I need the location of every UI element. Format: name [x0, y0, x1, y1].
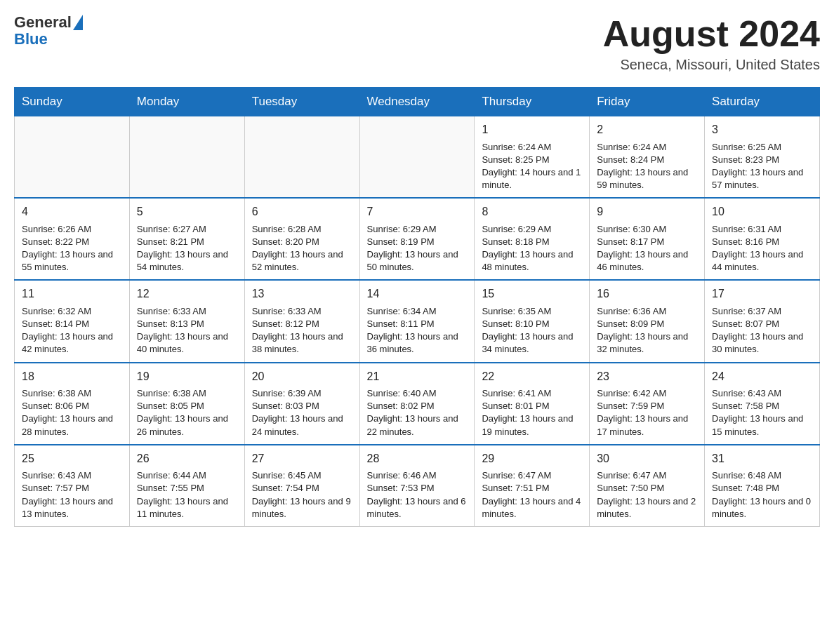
day-info-line: Daylight: 13 hours and 24 minutes.	[252, 412, 352, 438]
calendar-week-row: 18Sunrise: 6:38 AMSunset: 8:06 PMDayligh…	[15, 363, 820, 445]
day-info-line: Sunrise: 6:33 AM	[137, 305, 237, 318]
day-number: 29	[482, 451, 582, 467]
day-info-line: Sunrise: 6:29 AM	[482, 223, 582, 236]
day-info-line: Sunrise: 6:34 AM	[367, 305, 468, 318]
day-info-line: Daylight: 13 hours and 50 minutes.	[367, 248, 468, 274]
calendar-cell: 20Sunrise: 6:39 AMSunset: 8:03 PMDayligh…	[244, 363, 359, 445]
day-number: 6	[252, 204, 352, 220]
day-number: 7	[367, 204, 468, 220]
calendar-cell: 23Sunrise: 6:42 AMSunset: 7:59 PMDayligh…	[590, 363, 705, 445]
day-info-line: Daylight: 13 hours and 26 minutes.	[137, 412, 237, 438]
column-header-friday: Friday	[590, 88, 705, 116]
day-info-line: Daylight: 13 hours and 15 minutes.	[712, 412, 812, 438]
column-header-thursday: Thursday	[475, 88, 590, 116]
day-info-line: Daylight: 13 hours and 55 minutes.	[22, 248, 122, 274]
day-number: 18	[22, 369, 122, 384]
logo-text-general: General	[14, 14, 72, 31]
calendar-cell: 7Sunrise: 6:29 AMSunset: 8:19 PMDaylight…	[359, 198, 475, 280]
title-section: August 2024 Seneca, Missouri, United Sta…	[603, 14, 820, 73]
day-info-line: Sunrise: 6:47 AM	[482, 469, 582, 482]
day-info-line: Sunrise: 6:31 AM	[712, 223, 812, 236]
column-header-sunday: Sunday	[15, 88, 130, 116]
calendar-cell: 22Sunrise: 6:41 AMSunset: 8:01 PMDayligh…	[475, 363, 590, 445]
day-info-line: Sunset: 7:58 PM	[712, 400, 812, 412]
day-info-line: Sunrise: 6:33 AM	[252, 305, 352, 318]
day-info-line: Sunrise: 6:27 AM	[137, 223, 237, 236]
day-info-line: Sunset: 8:20 PM	[252, 236, 352, 248]
calendar-header-row: SundayMondayTuesdayWednesdayThursdayFrid…	[15, 88, 820, 116]
day-number: 14	[367, 286, 468, 302]
calendar-cell: 27Sunrise: 6:45 AMSunset: 7:54 PMDayligh…	[244, 445, 359, 527]
calendar-cell: 21Sunrise: 6:40 AMSunset: 8:02 PMDayligh…	[359, 363, 475, 445]
day-info-line: Sunrise: 6:46 AM	[367, 469, 468, 482]
calendar-cell: 3Sunrise: 6:25 AMSunset: 8:23 PMDaylight…	[705, 116, 820, 199]
day-info-line: Sunrise: 6:24 AM	[597, 141, 697, 154]
day-info-line: Daylight: 13 hours and 13 minutes.	[22, 495, 122, 521]
calendar-cell: 19Sunrise: 6:38 AMSunset: 8:05 PMDayligh…	[129, 363, 244, 445]
day-info-line: Daylight: 13 hours and 44 minutes.	[712, 248, 812, 274]
day-info-line: Daylight: 13 hours and 4 minutes.	[482, 495, 582, 521]
calendar-cell: 17Sunrise: 6:37 AMSunset: 8:07 PMDayligh…	[705, 280, 820, 362]
day-info-line: Daylight: 13 hours and 52 minutes.	[252, 248, 352, 274]
day-number: 19	[137, 369, 237, 384]
day-info-line: Daylight: 13 hours and 32 minutes.	[597, 330, 697, 356]
day-info-line: Sunset: 7:53 PM	[367, 482, 468, 495]
day-info-line: Sunset: 8:01 PM	[482, 400, 582, 412]
day-info-line: Sunset: 8:16 PM	[712, 236, 812, 248]
calendar-week-row: 25Sunrise: 6:43 AMSunset: 7:57 PMDayligh…	[15, 445, 820, 527]
day-info-line: Sunset: 7:57 PM	[22, 482, 122, 495]
day-info-line: Sunrise: 6:35 AM	[482, 305, 582, 318]
day-info-line: Sunset: 8:17 PM	[597, 236, 697, 248]
calendar-cell: 29Sunrise: 6:47 AMSunset: 7:51 PMDayligh…	[475, 445, 590, 527]
day-info-line: Sunset: 7:59 PM	[597, 400, 697, 412]
day-info-line: Daylight: 13 hours and 36 minutes.	[367, 330, 468, 356]
day-number: 10	[712, 204, 812, 220]
calendar-cell: 31Sunrise: 6:48 AMSunset: 7:48 PMDayligh…	[705, 445, 820, 527]
logo-text-blue: Blue	[14, 30, 48, 48]
calendar-cell	[129, 116, 244, 199]
day-info-line: Daylight: 13 hours and 40 minutes.	[137, 330, 237, 356]
day-number: 20	[252, 369, 352, 384]
day-number: 31	[712, 451, 812, 467]
calendar-cell: 26Sunrise: 6:44 AMSunset: 7:55 PMDayligh…	[129, 445, 244, 527]
day-info-line: Daylight: 13 hours and 30 minutes.	[712, 330, 812, 356]
calendar-cell: 15Sunrise: 6:35 AMSunset: 8:10 PMDayligh…	[475, 280, 590, 362]
day-info-line: Sunrise: 6:47 AM	[597, 469, 697, 482]
day-number: 25	[22, 451, 122, 467]
day-info-line: Daylight: 13 hours and 59 minutes.	[597, 166, 697, 192]
day-number: 1	[482, 122, 582, 137]
day-info-line: Sunset: 8:05 PM	[137, 400, 237, 412]
calendar-cell	[244, 116, 359, 199]
day-info-line: Sunrise: 6:48 AM	[712, 469, 812, 482]
day-number: 21	[367, 369, 468, 384]
calendar-week-row: 1Sunrise: 6:24 AMSunset: 8:25 PMDaylight…	[15, 116, 820, 199]
day-info-line: Sunset: 7:51 PM	[482, 482, 582, 495]
day-info-line: Sunrise: 6:38 AM	[22, 387, 122, 400]
day-info-line: Daylight: 14 hours and 1 minute.	[482, 166, 582, 192]
day-info-line: Sunset: 8:25 PM	[482, 154, 582, 166]
calendar-cell: 9Sunrise: 6:30 AMSunset: 8:17 PMDaylight…	[590, 198, 705, 280]
day-number: 28	[367, 451, 468, 467]
day-info-line: Sunrise: 6:25 AM	[712, 141, 812, 154]
calendar-cell: 11Sunrise: 6:32 AMSunset: 8:14 PMDayligh…	[15, 280, 130, 362]
day-info-line: Sunrise: 6:24 AM	[482, 141, 582, 154]
day-info-line: Sunset: 8:06 PM	[22, 400, 122, 412]
calendar-cell: 18Sunrise: 6:38 AMSunset: 8:06 PMDayligh…	[15, 363, 130, 445]
day-info-line: Sunset: 7:50 PM	[597, 482, 697, 495]
day-info-line: Sunset: 8:18 PM	[482, 236, 582, 248]
day-number: 22	[482, 369, 582, 384]
calendar-cell: 24Sunrise: 6:43 AMSunset: 7:58 PMDayligh…	[705, 363, 820, 445]
day-number: 12	[137, 286, 237, 302]
day-info-line: Sunrise: 6:30 AM	[597, 223, 697, 236]
day-number: 23	[597, 369, 697, 384]
day-info-line: Sunset: 8:03 PM	[252, 400, 352, 412]
calendar-cell: 5Sunrise: 6:27 AMSunset: 8:21 PMDaylight…	[129, 198, 244, 280]
day-info-line: Daylight: 13 hours and 2 minutes.	[597, 495, 697, 521]
calendar-cell: 25Sunrise: 6:43 AMSunset: 7:57 PMDayligh…	[15, 445, 130, 527]
day-info-line: Daylight: 13 hours and 11 minutes.	[137, 495, 237, 521]
calendar-cell: 10Sunrise: 6:31 AMSunset: 8:16 PMDayligh…	[705, 198, 820, 280]
calendar-cell: 2Sunrise: 6:24 AMSunset: 8:24 PMDaylight…	[590, 116, 705, 199]
day-info-line: Sunrise: 6:39 AM	[252, 387, 352, 400]
day-info-line: Sunrise: 6:42 AM	[597, 387, 697, 400]
location-subtitle: Seneca, Missouri, United States	[603, 57, 820, 73]
